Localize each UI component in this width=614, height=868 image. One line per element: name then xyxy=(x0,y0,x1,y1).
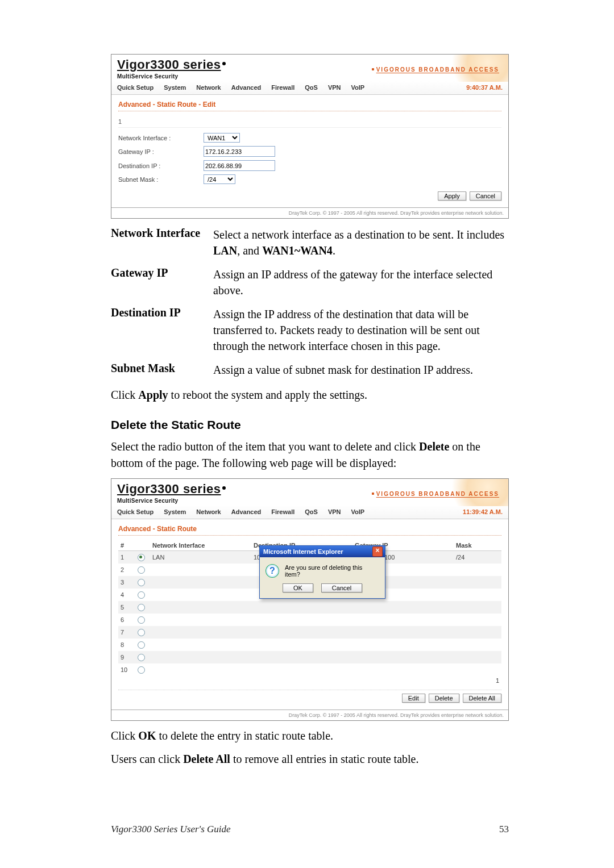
route-index: 1 xyxy=(118,116,501,128)
def-desc-netif: Select a network interface as a destinat… xyxy=(213,227,509,258)
menu-quick-setup-2[interactable]: Quick Setup xyxy=(117,508,154,515)
menu-quick-setup[interactable]: Quick Setup xyxy=(117,84,154,91)
delete-section-heading: Delete the Static Route xyxy=(111,418,509,432)
row-dest xyxy=(251,651,352,663)
row-index: 4 xyxy=(118,589,135,601)
delete-instruction: Select the radio button of the item that… xyxy=(111,439,509,471)
tagline-dot-icon xyxy=(372,68,374,70)
row-mask xyxy=(454,601,501,614)
header-clock: 9:40:37 A.M. xyxy=(466,84,503,91)
row-index: 8 xyxy=(118,639,135,651)
row-select-radio[interactable] xyxy=(138,591,145,599)
row-select-radio[interactable] xyxy=(138,654,145,661)
row-index: 1 xyxy=(118,551,135,564)
menu-network[interactable]: Network xyxy=(196,84,221,91)
menu-advanced[interactable]: Advanced xyxy=(231,84,262,91)
router-screenshot-list: Vigor3300 series MultiService Security V… xyxy=(111,478,509,721)
router-header-2: Vigor3300 series MultiService Security V… xyxy=(111,479,508,505)
table-row: 10 xyxy=(118,663,501,676)
row-mask xyxy=(454,663,501,676)
row-select-radio[interactable] xyxy=(138,616,145,624)
apply-button[interactable]: Apply xyxy=(438,191,466,201)
dialog-cancel-button[interactable]: Cancel xyxy=(321,583,362,592)
row-select-radio[interactable] xyxy=(138,629,145,636)
router-screenshot-edit: Vigor3300 series MultiService Security V… xyxy=(111,54,509,219)
label-destination-ip: Destination IP : xyxy=(118,162,204,169)
menu-voip-2[interactable]: VoIP xyxy=(351,508,365,515)
menu-vpn[interactable]: VPN xyxy=(328,84,341,91)
gateway-ip-input[interactable] xyxy=(204,146,275,157)
label-gateway-ip: Gateway IP : xyxy=(118,148,204,155)
network-interface-select[interactable]: WAN1 xyxy=(204,133,240,143)
menu-advanced-2[interactable]: Advanced xyxy=(231,508,262,515)
edit-button[interactable]: Edit xyxy=(402,694,425,703)
row-dest xyxy=(251,639,352,651)
header-clock-2: 11:39:42 A.M. xyxy=(463,508,503,515)
row-gw xyxy=(352,651,454,663)
row-mask: /24 xyxy=(454,551,501,564)
menu-system[interactable]: System xyxy=(164,84,186,91)
table-row: 5 xyxy=(118,601,501,614)
row-select-radio[interactable] xyxy=(138,666,145,674)
brand-model: Vigor3300 series xyxy=(117,57,221,72)
row-netif xyxy=(150,564,251,576)
menu-vpn-2[interactable]: VPN xyxy=(328,508,341,515)
col-mask: Mask xyxy=(454,540,501,551)
brand-subtitle-2: MultiService Security xyxy=(117,498,178,504)
question-icon: ? xyxy=(265,564,279,578)
tagline: VIGOROUS BROADBAND ACCESS xyxy=(372,66,503,73)
row-index: 9 xyxy=(118,651,135,663)
dialog-title: Microsoft Internet Explorer xyxy=(263,548,343,555)
breadcrumb: Advanced - Static Route - Edit xyxy=(118,101,501,111)
def-term-destip: Destination IP xyxy=(111,306,213,354)
row-mask xyxy=(454,614,501,626)
menu-qos-2[interactable]: QoS xyxy=(305,508,318,515)
row-index: 2 xyxy=(118,564,135,576)
row-mask xyxy=(454,639,501,651)
label-network-interface: Network Interface : xyxy=(118,135,204,141)
destination-ip-input[interactable] xyxy=(204,160,275,171)
row-select-radio[interactable] xyxy=(138,554,145,561)
row-select-radio[interactable] xyxy=(138,604,145,611)
pager-current: 1 xyxy=(118,676,501,684)
menu-system-2[interactable]: System xyxy=(164,508,186,515)
row-netif xyxy=(150,626,251,639)
menu-voip[interactable]: VoIP xyxy=(351,84,365,91)
delete-all-button[interactable]: Delete All xyxy=(463,694,501,703)
row-select-radio[interactable] xyxy=(138,566,145,574)
row-select-radio[interactable] xyxy=(138,641,145,649)
row-mask xyxy=(454,651,501,663)
menu-network-2[interactable]: Network xyxy=(196,508,221,515)
col-idx: # xyxy=(118,540,135,551)
brand-dot-icon xyxy=(222,62,226,65)
router-header: Vigor3300 series MultiService Security V… xyxy=(111,55,508,81)
dialog-ok-button[interactable]: OK xyxy=(283,583,313,592)
static-route-edit-form: 1 Network Interface : WAN1 Gateway IP : … xyxy=(118,116,501,201)
row-index: 10 xyxy=(118,663,135,676)
def-desc-gateway: Assign an IP address of the gateway for … xyxy=(213,266,509,298)
row-mask xyxy=(454,576,501,589)
delete-all-instruction: Users can click Delete All to remove all… xyxy=(111,751,509,767)
cancel-button[interactable]: Cancel xyxy=(470,191,501,201)
subnet-mask-select[interactable]: /24 xyxy=(204,174,235,184)
delete-button[interactable]: Delete xyxy=(429,694,459,703)
row-mask xyxy=(454,564,501,576)
row-dest xyxy=(251,663,352,676)
def-term-netif: Network Interface xyxy=(111,227,213,258)
row-dest xyxy=(251,626,352,639)
dialog-message: Are you sure of deleting this item? xyxy=(285,564,379,578)
dialog-close-icon[interactable]: × xyxy=(372,546,383,557)
def-desc-mask: Assign a value of subnet mask for destin… xyxy=(213,362,509,378)
menu-firewall[interactable]: Firewall xyxy=(271,84,294,91)
breadcrumb-2: Advanced - Static Route xyxy=(118,525,501,536)
confirm-dialog: Microsoft Internet Explorer × ? Are you … xyxy=(259,545,385,599)
menu-firewall-2[interactable]: Firewall xyxy=(271,508,294,515)
def-term-gateway: Gateway IP xyxy=(111,266,213,298)
menu-qos[interactable]: QoS xyxy=(305,84,318,91)
tagline-text: VIGOROUS BROADBAND ACCESS xyxy=(376,66,499,73)
row-select-radio[interactable] xyxy=(138,579,145,586)
brand-model-2: Vigor3300 series xyxy=(117,482,221,496)
page-footer: Vigor3300 Series User's Guide 53 xyxy=(111,824,509,835)
row-index: 5 xyxy=(118,601,135,614)
label-subnet-mask: Subnet Mask : xyxy=(118,176,204,183)
